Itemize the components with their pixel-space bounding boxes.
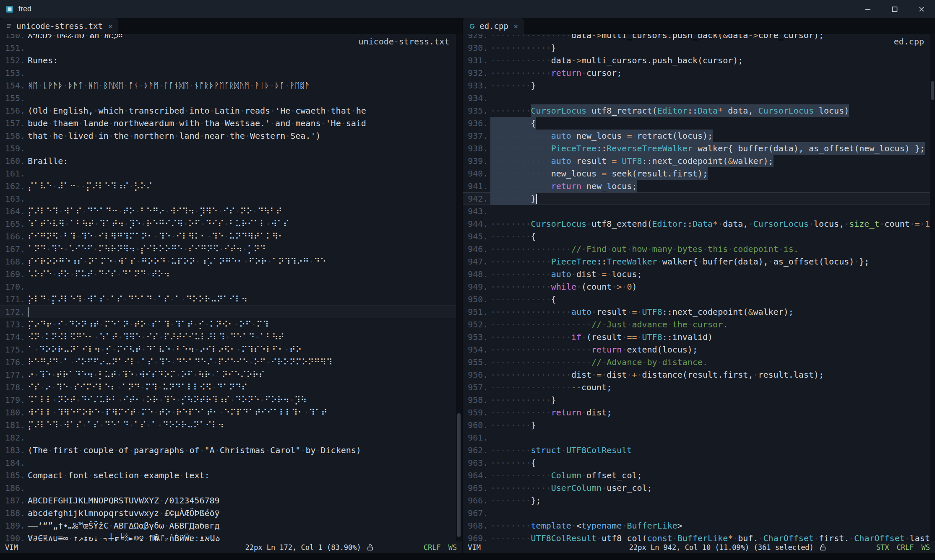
code-line[interactable]: 965.············UserColumn·user_col; (463, 482, 935, 494)
code-line[interactable]: 959.············return·dist; (463, 406, 935, 419)
code-line[interactable]: 937.············auto·new_locus·=·retract… (463, 130, 935, 142)
text-editor[interactable]: 929.················data->multi_cursors.… (463, 34, 935, 541)
code-line[interactable]: 948.············auto·dist·=·locus; (463, 268, 935, 280)
code-line[interactable]: 954.····················return·extend(lo… (463, 343, 935, 356)
code-line[interactable]: 956.················dist·=·dist·+·distan… (463, 368, 935, 381)
code-line[interactable]: 935.········CursorLocus·utf8_retract(Edi… (463, 104, 935, 117)
code-line[interactable]: 949.············while·(count·>·0) (463, 280, 935, 293)
vertical-scrollbar[interactable] (930, 34, 935, 541)
code-line[interactable]: 184. (0, 456, 462, 469)
tab-close-icon[interactable]: ✕ (108, 22, 112, 30)
text-editor[interactable]: 150.እግርህን·በፍራሽህ·ልክ·ዘርጋ።151.152.Runes:153… (0, 34, 462, 541)
code-line[interactable]: 188.abcdefghijklmnopqrstuvwxyz·£©µÀÆÖÞßé… (0, 507, 462, 519)
code-line[interactable]: 941.············return·new_locus; (463, 180, 935, 192)
code-line[interactable]: 164.⡍⠜⠇⠑⠹·⠺⠁⠎·⠙⠑⠁⠙⠒·⠞⠕·⠃⠑⠛⠔·⠺⠊⠹⠲·⡹⠻⠑·⠊⠎·… (0, 205, 462, 218)
code-line[interactable]: 960.········} (463, 419, 935, 431)
code-line[interactable]: 967. (463, 507, 935, 519)
code-line[interactable]: 186. (0, 482, 462, 494)
code-line[interactable]: 958.············} (463, 394, 935, 406)
tab-ed-cpp[interactable]: ed.cpp ✕ (463, 18, 523, 34)
code-line[interactable]: 183.(The·first·couple·of·paragraphs·of·"… (0, 444, 462, 456)
code-line[interactable]: 154.ᚻᛖ·ᚳᚹᚫᚦ·ᚦᚫᛏ·ᚻᛖ·ᛒᚢᛞᛖ·ᚩᚾ·ᚦᚫᛗ·ᛚᚪᚾᛞᛖ·ᚾᚩᚱ… (0, 79, 462, 92)
line-number: 951. (468, 306, 491, 318)
code-line[interactable]: 189.–—‘“”„†•…‰™œŠŸž€·ΑΒΓΔΩαβγδω·АБВГДабв… (0, 519, 462, 532)
code-line[interactable]: 170. (0, 280, 462, 293)
code-line[interactable]: 174.⠪⠝·⠅⠝⠪⠇⠫⠛⠑⠂·⠱⠁⠞·⠹⠻⠑·⠊⠎·⠏⠜⠞⠊⠊⠥⠇⠜⠇⠹·⠙⠑… (0, 331, 462, 343)
code-line[interactable]: 160.Braille: (0, 155, 462, 167)
code-line[interactable]: 951.················auto·result·=·UTF8::… (463, 306, 935, 318)
code-line[interactable]: 932.············return·cursor; (463, 67, 935, 79)
code-line[interactable]: 166.⠎⠊⠛⠝⠫·⠃⠹·⠹⠑·⠊⠇⠻⠛⠹⠍⠁⠝⠂·⠹⠑·⠊⠇⠻⠅⠂·⠹⠑·⠥⠝… (0, 230, 462, 243)
code-line[interactable]: 159. (0, 142, 462, 155)
code-line[interactable]: 165.⠱⠁⠞⠑⠧⠻·⠁⠃⠳⠞·⠹⠁⠞⠲·⡹⠑·⠗⠑⠛⠊⠌⠻·⠕⠋·⠙⠊⠎·⠃⠥… (0, 218, 462, 230)
vertical-scrollbar[interactable] (456, 34, 462, 541)
cpp-file-icon (469, 23, 476, 30)
code-line[interactable]: 152.Runes: (0, 54, 462, 67)
code-line[interactable]: 177.⠔·⠹⠑·⠞⠗⠁⠙⠑⠲·⡃⠥⠞·⠹⠑·⠺⠊⠎⠙⠕⠍·⠕⠋·⠳⠗·⠁⠝⠊⠑… (0, 368, 462, 381)
lock-unlocked-icon[interactable] (367, 544, 373, 551)
code-line[interactable]: 957.················--count; (463, 381, 935, 394)
code-line[interactable]: 929.················data->multi_cursors.… (463, 34, 935, 41)
code-line[interactable]: 173.⡍⠔⠙⠖·⡊·⠙⠕⠝⠰⠞·⠍⠑⠁⠝·⠞⠕·⠎⠁⠹·⠹⠁⠞·⡊·⠅⠝⠪⠂·… (0, 318, 462, 331)
code-line[interactable]: 969.········UTF8ColResult·utf8_col(const… (463, 532, 935, 541)
code-line[interactable]: 167.⠁⠝⠙·⠹⠑·⠡⠊⠑⠋·⠍⠳⠗⠝⠻⠲·⡎⠊⠗⠕⠕⠛⠑·⠎⠊⠛⠝⠫·⠊⠞⠲… (0, 243, 462, 255)
code-line[interactable]: 176.⠗⠑⠛⠜⠙·⠁·⠊⠕⠋⠋⠔⠤⠝⠁⠊⠇·⠁⠎·⠹⠑·⠙⠑⠁⠙⠑⠌·⠏⠊⠑⠊… (0, 356, 462, 368)
code-line[interactable]: 180.⠺⠊⠇⠇·⠹⠻⠑⠋⠕⠗⠑·⠏⠻⠍⠊⠞·⠍⠑·⠞⠕·⠗⠑⠏⠑⠁⠞⠂·⠑⠍⠏… (0, 406, 462, 419)
code-line[interactable]: 955.····················//·Advance·by·di… (463, 356, 935, 368)
code-line[interactable]: 162.⡌⠁⠧⠑·⠼⠁⠒··⡍⠜⠇⠑⠹⠰⠎·⡣⠕⠌ (0, 180, 462, 192)
line-number: 969. (468, 532, 491, 541)
line-number: 953. (468, 331, 491, 343)
maximize-button[interactable] (881, 0, 908, 18)
code-line[interactable]: 161. (0, 167, 462, 180)
code-line[interactable]: 964.············Column·offset_col; (463, 469, 935, 482)
code-line[interactable]: 940.············new_locus·=·seek(result.… (463, 167, 935, 180)
code-line[interactable]: 169.⠡⠕⠎⠑·⠞⠕·⠏⠥⠞·⠙⠊⠎·⠙⠁⠝⠙·⠞⠕⠲ (0, 268, 462, 280)
code-line[interactable]: 175.⠁·⠙⠕⠕⠗⠤⠝⠁⠊⠇⠲·⡊·⠍⠊⠣⠞·⠙⠁⠧⠑·⠃⠑⠲·⠔⠊⠇⠔⠫⠂·… (0, 343, 462, 356)
lock-unlocked-icon[interactable] (820, 544, 826, 551)
code-line[interactable]: 942.········} (463, 192, 935, 205)
code-line[interactable]: 178.⠊⠎·⠔·⠹⠑·⠎⠊⠍⠊⠇⠑⠆·⠁⠝⠙·⠍⠹·⠥⠝⠙⠁⠇⠇⠪⠫·⠙⠁⠝⠙… (0, 381, 462, 394)
code-line[interactable]: 962.········struct·UTF8ColResult (463, 444, 935, 456)
code-line[interactable]: 961. (463, 431, 935, 444)
code-line[interactable]: 171.⡕⠇⠙·⡍⠜⠇⠑⠹·⠺⠁⠎·⠁⠎·⠙⠑⠁⠙·⠁⠎·⠁·⠙⠕⠕⠗⠤⠝⠁⠊⠇… (0, 293, 462, 306)
close-button[interactable] (908, 0, 935, 18)
code-line[interactable]: 934. (463, 92, 935, 104)
code-line[interactable]: 187.ABCDEFGHIJKLMNOPQRSTUVWXYZ·/01234567… (0, 494, 462, 507)
code-line[interactable]: 963.········{ (463, 456, 935, 469)
tab-unicode-stress[interactable]: unicode-stress.txt ✕ (0, 18, 118, 34)
scrollbar-thumb[interactable] (931, 81, 934, 100)
line-number: 171. (5, 293, 29, 306)
code-line[interactable]: 179.⠩⠁⠇⠇·⠝⠕⠞·⠙⠊⠌⠥⠗⠃·⠊⠞⠂·⠕⠗·⠹⠑·⡊⠳⠝⠞⠗⠹⠰⠎·⠙… (0, 394, 462, 406)
code-line[interactable]: 952.····················//·Just·advance·… (463, 318, 935, 331)
code-line[interactable]: 943. (463, 205, 935, 218)
code-line[interactable]: 185.Compact·font·selection·example·text: (0, 469, 462, 482)
code-line[interactable]: 157.bude·thaem·lande·northweardum·with·t… (0, 117, 462, 130)
code-line[interactable]: 153. (0, 67, 462, 79)
code-line[interactable]: 190.∀∂∈ℝ∧∪≡∞·↑↗↨↻⇣·┐┼╔╘░►☺♀·ﬁ�⑀₂ἠḂӥẄɐː⍎א… (0, 532, 462, 541)
code-line[interactable]: 163. (0, 192, 462, 205)
code-line[interactable]: 931.············data->multi_cursors.push… (463, 54, 935, 67)
code-line[interactable]: 947.············PieceTree::TreeWalker·wa… (463, 255, 935, 268)
code-line[interactable]: 933.········} (463, 79, 935, 92)
code-line[interactable]: 945.········{ (463, 230, 935, 243)
code-line[interactable]: 968.········template·<typename·BufferLik… (463, 519, 935, 532)
code-line[interactable]: 168.⡎⠊⠗⠕⠕⠛⠑⠰⠎·⠝⠁⠍⠑·⠺⠁⠎·⠛⠕⠕⠙·⠥⠏⠕⠝·⠰⡡⠁⠝⠛⠑⠂… (0, 255, 462, 268)
code-line[interactable]: 936.········{ (463, 117, 935, 130)
tab-close-icon[interactable]: ✕ (514, 22, 518, 30)
minimize-button[interactable] (854, 0, 881, 18)
code-line[interactable]: 930.············} (463, 41, 935, 54)
code-line[interactable]: 155. (0, 92, 462, 104)
code-line[interactable]: 172. (0, 306, 462, 318)
scrollbar-thumb[interactable] (457, 413, 461, 537)
code-line[interactable]: 158.that·he·lived·in·the·northern·land·n… (0, 130, 462, 142)
code-line[interactable]: 939.············auto·result·=·UTF8::next… (463, 155, 935, 167)
code-line[interactable]: 966.········}; (463, 494, 935, 507)
code-line[interactable]: 181.⡍⠜⠇⠑⠹·⠺⠁⠎·⠁⠎·⠙⠑⠁⠙·⠁⠎·⠁·⠙⠕⠕⠗⠤⠝⠁⠊⠇⠲ (0, 419, 462, 431)
code-line[interactable]: 944.········CursorLocus·utf8_extend(Edit… (463, 218, 935, 230)
code-line[interactable]: 938.············PieceTree::ReverseTreeWa… (463, 142, 935, 155)
code-line[interactable]: 950.············{ (463, 293, 935, 306)
code-line[interactable]: 946.················//·Find·out·how·many… (463, 243, 935, 255)
code-line[interactable]: 953.················if·(result·==·UTF8::… (463, 331, 935, 343)
code-line[interactable]: 156.(Old·English,·which·transcribed·into… (0, 104, 462, 117)
code-line[interactable]: 182. (0, 431, 462, 444)
